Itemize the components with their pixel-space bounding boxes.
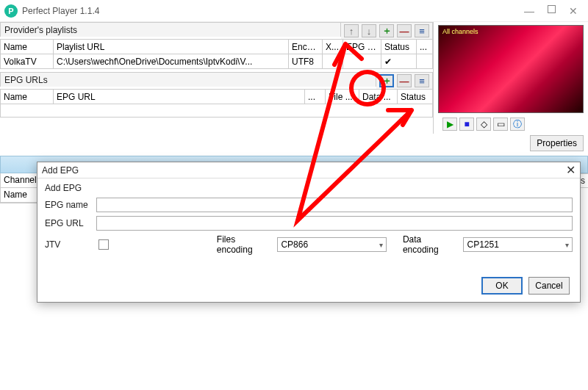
playlist-row-name[interactable]: VolkaTV (1, 54, 54, 69)
remove-epg-button[interactable]: — (397, 74, 412, 87)
playlists-table: Name Playlist URL Enco... X... EPG n... … (0, 39, 433, 69)
add-epg-button[interactable]: ＋ (379, 74, 394, 87)
files-encoding-value: CP866 (281, 239, 308, 250)
name-cell[interactable]: Name (1, 188, 37, 203)
epg-name-input[interactable] (96, 198, 573, 212)
files-encoding-select[interactable]: CP866 ▾ (277, 237, 387, 252)
playlist-row-status[interactable]: ✔ (381, 54, 417, 69)
add-playlist-button[interactable]: ＋ (379, 24, 394, 37)
minimize-button[interactable]: — (524, 5, 534, 17)
close-button[interactable]: ✕ (569, 5, 578, 17)
files-encoding-label: Files encoding (217, 234, 273, 255)
epg-header-file[interactable]: File ... (326, 90, 359, 104)
video-preview[interactable]: All channels (438, 25, 584, 113)
epg-header-name[interactable]: Name (1, 90, 54, 104)
epg-urls-section-label: EPG URLs (0, 72, 376, 87)
window-controls: — ✕ (524, 5, 584, 17)
add-epg-dialog: Add EPG ✕ Add EPG EPG name EPG URL JTV F… (37, 162, 581, 303)
epg-header-row: Name EPG URL ... File ... Data ... Statu… (1, 90, 433, 104)
playlist-row-dots[interactable] (417, 54, 433, 69)
ok-button[interactable]: OK (481, 277, 523, 295)
playlists-header-status[interactable]: Status (381, 40, 417, 54)
lower-left-column: Channel Name (0, 173, 38, 203)
preview-controls: ▶ ■ ◇ ▭ ⓘ (438, 116, 584, 134)
stop-icon[interactable]: ■ (459, 118, 474, 131)
play-icon[interactable]: ▶ (442, 118, 457, 131)
playlists-header-enco[interactable]: Enco... (289, 40, 323, 54)
arrow-up-icon[interactable]: ↑ (344, 24, 359, 37)
chevron-down-icon: ▾ (379, 241, 383, 249)
arrow-down-icon[interactable]: ↓ (362, 24, 376, 37)
jtv-label: JTV (45, 239, 96, 250)
data-encoding-label: Data encoding (403, 234, 459, 255)
dialog-titlebar: Add EPG ✕ (37, 162, 580, 178)
epg-url-label: EPG URL (45, 218, 96, 228)
data-encoding-value: CP1251 (467, 239, 498, 250)
playlists-header-dots[interactable]: ... (417, 40, 433, 54)
titlebar: P Perfect Player 1.1.4 — ✕ (0, 0, 588, 22)
menu-epg-button[interactable]: ≡ (415, 74, 429, 87)
chevron-down-icon: ▾ (565, 241, 569, 249)
epg-name-label: EPG name (45, 200, 96, 210)
menu-playlist-button[interactable]: ≡ (415, 24, 429, 37)
playlists-header-x[interactable]: X... (323, 40, 343, 54)
providers-section-label: Provider's playlists (0, 22, 341, 37)
playlists-header-row: Name Playlist URL Enco... X... EPG n... … (1, 40, 433, 54)
playlist-row-enco[interactable]: UTF8 (289, 54, 323, 69)
epg-header-data[interactable]: Data ... (359, 90, 398, 104)
epg-url-input[interactable] (96, 216, 573, 231)
epg-urls-table: Name EPG URL ... File ... Data ... Statu… (0, 89, 433, 104)
channel-cell[interactable]: Channel (1, 173, 37, 188)
app-logo: P (4, 4, 18, 18)
loop-icon[interactable]: ◇ (476, 118, 491, 131)
dialog-title: Add EPG (42, 165, 79, 176)
playlists-header-url[interactable]: Playlist URL (54, 40, 289, 54)
screen-icon[interactable]: ▭ (493, 118, 508, 131)
info-icon[interactable]: ⓘ (510, 118, 525, 131)
maximize-button[interactable] (548, 5, 556, 13)
window-title: Perfect Player 1.1.4 (22, 6, 99, 16)
dialog-close-icon[interactable]: ✕ (566, 163, 576, 177)
epg-header-status[interactable]: Status (398, 90, 433, 104)
preview-tag: All channels (442, 28, 478, 35)
playlists-header-epgn[interactable]: EPG n... (343, 40, 381, 54)
dialog-section-label: Add EPG (45, 181, 573, 198)
epg-header-dots[interactable]: ... (305, 90, 326, 104)
playlist-row-x[interactable] (323, 54, 343, 69)
playlists-header-name[interactable]: Name (1, 40, 54, 54)
remove-playlist-button[interactable]: — (397, 24, 412, 37)
epg-header-url[interactable]: EPG URL (54, 90, 305, 104)
cancel-button[interactable]: Cancel (528, 277, 570, 295)
playlist-row-url[interactable]: C:\Users\wechf\OneDrive\Documents\IptvKo… (54, 54, 289, 69)
properties-button[interactable]: Properties (530, 135, 584, 151)
playlist-row[interactable]: VolkaTV C:\Users\wechf\OneDrive\Document… (1, 54, 433, 69)
jtv-checkbox[interactable] (98, 239, 109, 250)
data-encoding-select[interactable]: CP1251 ▾ (463, 237, 573, 252)
playlist-row-epgn[interactable] (343, 54, 381, 69)
